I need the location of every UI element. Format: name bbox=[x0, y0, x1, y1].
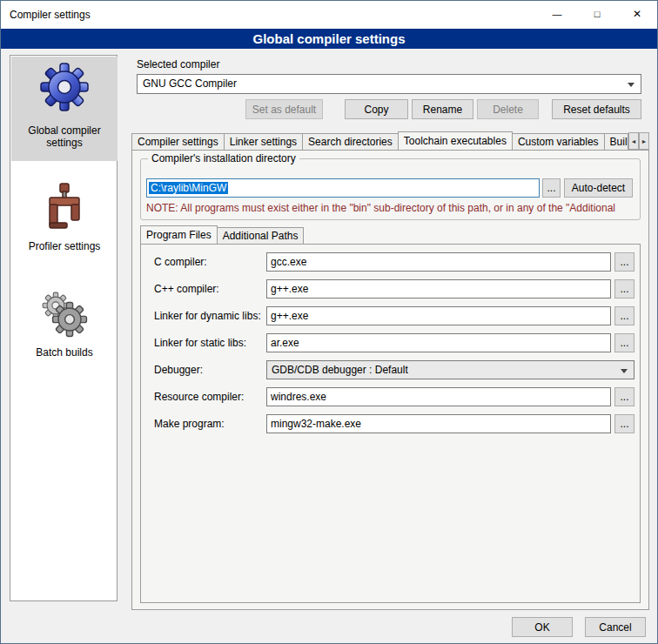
browse-linker-static-button[interactable]: ... bbox=[614, 333, 634, 352]
note-text: NOTE: All programs must exist either in … bbox=[146, 202, 635, 214]
sidebar-item-global-compiler-settings[interactable]: Global compiler settings bbox=[11, 57, 118, 161]
reset-defaults-button[interactable]: Reset defaults bbox=[552, 99, 641, 119]
titlebar[interactable]: Compiler settings — □ ✕ bbox=[1, 1, 657, 29]
resource-compiler-input[interactable] bbox=[266, 387, 611, 406]
c-compiler-input[interactable] bbox=[266, 252, 611, 272]
compiler-select-value: GNU GCC Compiler bbox=[143, 77, 237, 90]
cpp-compiler-input[interactable] bbox=[266, 279, 611, 299]
resource-compiler-label: Resource compiler: bbox=[154, 387, 244, 406]
tab-search-directories[interactable]: Search directories bbox=[302, 133, 399, 150]
set-as-default-button: Set as default bbox=[245, 99, 323, 119]
debugger-select[interactable]: GDB/CDB debugger : Default bbox=[266, 360, 634, 379]
sub-tab-strip: Program Files Additional Paths bbox=[140, 225, 628, 244]
browse-resource-compiler-button[interactable]: ... bbox=[614, 387, 634, 406]
banner: Global compiler settings bbox=[1, 29, 657, 49]
browse-c-compiler-button[interactable]: ... bbox=[614, 252, 634, 272]
c-compiler-label: C compiler: bbox=[154, 252, 207, 272]
copy-button[interactable]: Copy bbox=[345, 99, 408, 119]
cancel-button[interactable]: Cancel bbox=[585, 617, 646, 637]
sidebar-item-label: Profiler settings bbox=[11, 240, 118, 252]
debugger-select-value: GDB/CDB debugger : Default bbox=[272, 364, 408, 376]
tab-scroll-right-icon[interactable]: ► bbox=[639, 132, 649, 150]
sidebar-item-label: Batch builds bbox=[11, 346, 118, 359]
compiler-select[interactable]: GNU GCC Compiler bbox=[137, 74, 641, 94]
linker-dynamic-input[interactable] bbox=[266, 306, 611, 325]
browse-cpp-compiler-button[interactable]: ... bbox=[614, 279, 634, 299]
compiler-settings-dialog: Compiler settings — □ ✕ Global compiler … bbox=[0, 0, 658, 644]
tab-build-options[interactable]: Buil bbox=[604, 133, 628, 150]
subtab-program-files[interactable]: Program Files bbox=[140, 225, 218, 244]
autodetect-button[interactable]: Auto-detect bbox=[564, 178, 633, 198]
sidebar-item-label: Global compiler settings bbox=[11, 124, 118, 149]
blue-gear-icon bbox=[39, 62, 90, 112]
sidebar-item-profiler-settings[interactable]: Profiler settings bbox=[11, 176, 118, 252]
sidebar: Global compiler settings Profiler settin… bbox=[10, 55, 118, 601]
main-tab-strip: Compiler settings Linker settings Search… bbox=[131, 131, 628, 150]
tab-compiler-settings[interactable]: Compiler settings bbox=[131, 133, 225, 150]
ok-button[interactable]: OK bbox=[512, 617, 573, 637]
minimize-button[interactable]: — bbox=[537, 1, 577, 28]
linker-dynamic-label: Linker for dynamic libs: bbox=[154, 306, 261, 325]
debugger-label: Debugger: bbox=[154, 360, 203, 379]
selected-compiler-label: Selected compiler bbox=[137, 58, 219, 70]
chevron-down-icon bbox=[621, 369, 628, 373]
rename-button[interactable]: Rename bbox=[412, 99, 473, 119]
gray-gears-icon bbox=[39, 289, 90, 339]
tab-toolchain-executables[interactable]: Toolchain executables bbox=[398, 131, 513, 150]
delete-button: Delete bbox=[477, 99, 539, 119]
subtab-additional-paths[interactable]: Additional Paths bbox=[217, 227, 305, 244]
window-controls: — □ ✕ bbox=[537, 1, 657, 29]
tab-linker-settings[interactable]: Linker settings bbox=[224, 133, 303, 150]
tab-custom-variables[interactable]: Custom variables bbox=[512, 133, 605, 150]
window-title: Compiler settings bbox=[10, 1, 91, 29]
make-program-input[interactable] bbox=[266, 414, 611, 433]
chevron-down-icon bbox=[628, 83, 634, 87]
make-program-label: Make program: bbox=[154, 414, 225, 433]
linker-static-label: Linker for static libs: bbox=[154, 333, 246, 352]
profiler-tool-icon bbox=[39, 181, 90, 231]
install-dir-input[interactable]: C:\raylib\MinGW bbox=[146, 178, 540, 198]
linker-static-input[interactable] bbox=[266, 333, 611, 352]
tab-scroll-left-icon[interactable]: ◄ bbox=[628, 132, 639, 150]
sidebar-item-batch-builds[interactable]: Batch builds bbox=[11, 284, 118, 359]
maximize-button[interactable]: □ bbox=[577, 1, 617, 28]
browse-linker-dynamic-button[interactable]: ... bbox=[614, 306, 634, 325]
close-button[interactable]: ✕ bbox=[617, 1, 657, 28]
cpp-compiler-label: C++ compiler: bbox=[154, 279, 219, 299]
browse-install-dir-button[interactable]: ... bbox=[542, 178, 561, 198]
browse-make-program-button[interactable]: ... bbox=[614, 414, 634, 433]
install-dir-selection: C:\raylib\MinGW bbox=[149, 182, 228, 194]
installation-directory-group-title: Compiler's installation directory bbox=[148, 152, 299, 164]
